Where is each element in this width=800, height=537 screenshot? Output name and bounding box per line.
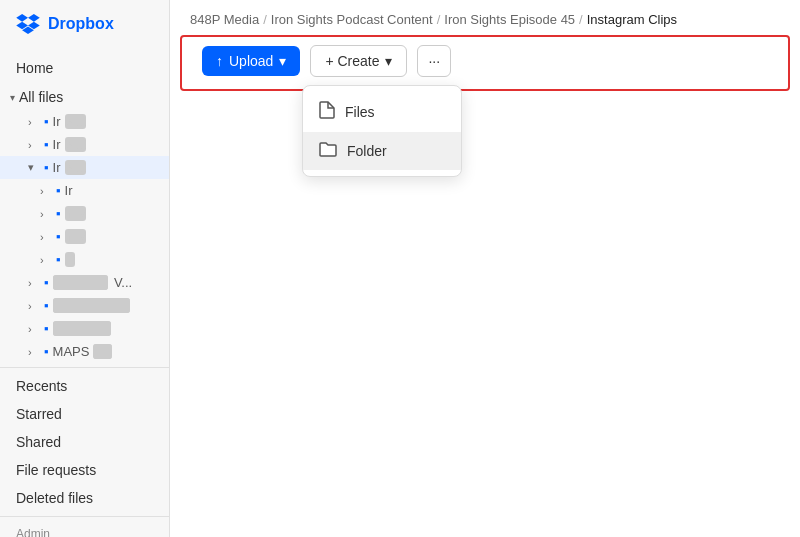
tree-chevron-icon-maps: › bbox=[28, 346, 40, 358]
sidebar-item-shared[interactable]: Shared bbox=[0, 428, 169, 456]
tree-chevron-icon: › bbox=[28, 116, 40, 128]
upload-arrow-icon: ↑ bbox=[216, 53, 223, 69]
sidebar-item-home[interactable]: Home bbox=[0, 52, 169, 84]
dropdown-files-label: Files bbox=[345, 104, 375, 120]
app-title: Dropbox bbox=[48, 15, 114, 33]
tree-chevron-icon-6: › bbox=[40, 231, 52, 243]
tree-item-3[interactable]: ▾ ▪ Ir e ... bbox=[0, 156, 169, 179]
sidebar: Dropbox Home ▾ All files › ▪ Ir e ... › … bbox=[0, 0, 170, 537]
folder-icon-3: ▪ bbox=[44, 160, 49, 175]
sidebar-item-deleted-files[interactable]: Deleted files bbox=[0, 484, 169, 512]
tree-item-10[interactable]: › ▪ ████ ██ bbox=[0, 317, 169, 340]
tree-chevron-icon-10: › bbox=[28, 323, 40, 335]
breadcrumb-sep-2: / bbox=[437, 12, 441, 27]
toolbar: ↑ Upload ▾ + Create ▾ ··· Files bbox=[180, 35, 790, 91]
tree-chevron-icon-9: › bbox=[28, 300, 40, 312]
sidebar-divider-1 bbox=[0, 367, 169, 368]
folder-icon-8: ▪ bbox=[44, 275, 49, 290]
breadcrumb-part-2[interactable]: Iron Sights Podcast Content bbox=[271, 12, 433, 27]
tree-item-8[interactable]: › ▪ ██████ V... bbox=[0, 271, 169, 294]
more-icon: ··· bbox=[428, 53, 440, 69]
tree-chevron-icon-4: › bbox=[40, 185, 52, 197]
breadcrumb-sep-3: / bbox=[579, 12, 583, 27]
tree-item-2[interactable]: › ▪ Ir e ... bbox=[0, 133, 169, 156]
folder-icon-7: ▪ bbox=[56, 252, 61, 267]
folder-outline-icon bbox=[319, 141, 337, 161]
sidebar-item-all-files[interactable]: ▾ All files bbox=[0, 84, 169, 110]
allfiles-chevron-icon: ▾ bbox=[10, 92, 15, 103]
sidebar-item-admin-section: Admin bbox=[0, 521, 169, 537]
tree-chevron-icon-2: › bbox=[28, 139, 40, 151]
upload-label: Upload bbox=[229, 53, 273, 69]
sidebar-divider-2 bbox=[0, 516, 169, 517]
file-doc-icon bbox=[319, 101, 335, 123]
file-requests-label: File requests bbox=[16, 462, 96, 478]
breadcrumb-sep-1: / bbox=[263, 12, 267, 27]
dropdown-item-folder[interactable]: Folder bbox=[303, 132, 461, 170]
create-button[interactable]: + Create ▾ bbox=[310, 45, 407, 77]
tree-chevron-icon-3: ▾ bbox=[28, 161, 40, 174]
sidebar-item-recents[interactable]: Recents bbox=[0, 372, 169, 400]
folder-icon-maps: ▪ bbox=[44, 344, 49, 359]
main-content: 848P Media / Iron Sights Podcast Content… bbox=[170, 0, 800, 537]
dropbox-logo-icon bbox=[16, 14, 40, 34]
tree-item-6[interactable]: › ▪ Ir R bbox=[0, 225, 169, 248]
breadcrumb-part-3[interactable]: Iron Sights Episode 45 bbox=[444, 12, 575, 27]
sidebar-item-starred[interactable]: Starred bbox=[0, 400, 169, 428]
sidebar-logo: Dropbox bbox=[0, 0, 169, 44]
upload-button[interactable]: ↑ Upload ▾ bbox=[202, 46, 300, 76]
dropdown-item-files[interactable]: Files bbox=[303, 92, 461, 132]
tree-chevron-icon-8: › bbox=[28, 277, 40, 289]
breadcrumb: 848P Media / Iron Sights Podcast Content… bbox=[170, 0, 800, 35]
create-label: + Create bbox=[325, 53, 379, 69]
recents-label: Recents bbox=[16, 378, 67, 394]
folder-icon-4: ▪ bbox=[56, 183, 61, 198]
dropdown-folder-label: Folder bbox=[347, 143, 387, 159]
home-label: Home bbox=[16, 60, 53, 76]
folder-icon-9: ▪ bbox=[44, 298, 49, 313]
upload-chevron-icon: ▾ bbox=[279, 53, 286, 69]
folder-icon: ▪ bbox=[44, 114, 49, 129]
tree-chevron-icon-5: › bbox=[40, 208, 52, 220]
create-dropdown-menu: Files Folder bbox=[302, 85, 462, 177]
deleted-files-label: Deleted files bbox=[16, 490, 93, 506]
breadcrumb-part-1[interactable]: 848P Media bbox=[190, 12, 259, 27]
all-files-label: All files bbox=[19, 89, 63, 105]
create-chevron-icon: ▾ bbox=[385, 53, 392, 69]
folder-icon-5: ▪ bbox=[56, 206, 61, 221]
more-button[interactable]: ··· bbox=[417, 45, 451, 77]
sidebar-item-file-requests[interactable]: File requests bbox=[0, 456, 169, 484]
tree-item-9[interactable]: › ▪ ██████ ██ bbox=[0, 294, 169, 317]
folder-icon-2: ▪ bbox=[44, 137, 49, 152]
tree-item-7[interactable]: › ▪ Ti bbox=[0, 248, 169, 271]
admin-section-label: Admin bbox=[16, 527, 50, 537]
shared-label: Shared bbox=[16, 434, 61, 450]
tree-item-maps[interactable]: › ▪ MAPS ██ bbox=[0, 340, 169, 363]
starred-label: Starred bbox=[16, 406, 62, 422]
tree-chevron-icon-7: › bbox=[40, 254, 52, 266]
breadcrumb-current: Instagram Clips bbox=[587, 12, 677, 27]
tree-item-4[interactable]: › ▪ Ir bbox=[0, 179, 169, 202]
content-area bbox=[170, 91, 800, 537]
sidebar-navigation: Home ▾ All files › ▪ Ir e ... › ▪ Ir e .… bbox=[0, 44, 169, 537]
folder-icon-10: ▪ bbox=[44, 321, 49, 336]
tree-item-5[interactable]: › ▪ Ir R bbox=[0, 202, 169, 225]
tree-item-1[interactable]: › ▪ Ir e ... bbox=[0, 110, 169, 133]
folder-icon-6: ▪ bbox=[56, 229, 61, 244]
